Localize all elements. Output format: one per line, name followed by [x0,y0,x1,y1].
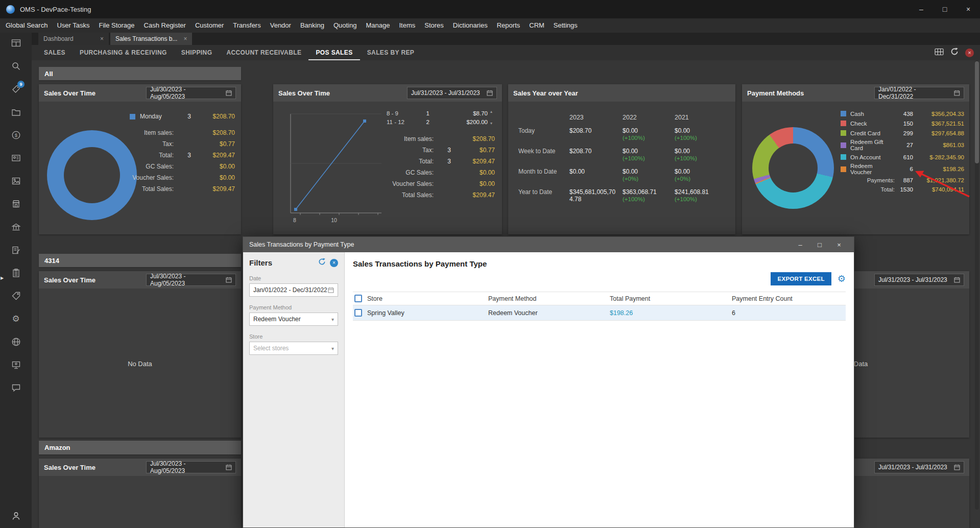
subtab[interactable]: SALES [37,45,73,60]
minimize-button[interactable]: – [910,0,933,18]
dashboard-subtab-bar: SALESPURCHASING & RECEIVINGSHIPPINGACCOU… [32,45,980,60]
select-all-checkbox[interactable] [354,295,362,302]
widget-grid-icon[interactable] [935,48,944,58]
menu-item[interactable]: Settings [549,18,582,33]
export-excel-button[interactable]: EXPORT EXCEL [771,272,831,285]
dashboard-icon[interactable] [11,38,21,48]
stat-label: Item sales: [130,129,174,136]
filters-refresh-icon[interactable] [318,258,326,268]
gear-icon[interactable]: ⚙ [11,314,21,324]
date-range-value: Jul/30/2023 - Aug/05/2023 [150,86,222,100]
date-range-picker[interactable]: Jul/30/2023 - Aug/05/2023 [146,274,236,286]
filters-clear-icon[interactable]: × [330,259,338,267]
table-row[interactable]: Spring Valley Redeem Voucher $198.26 6 [353,305,846,321]
subtab[interactable]: PURCHASING & RECEIVING [73,45,174,60]
tab-dashboard[interactable]: Dashboard × [38,33,109,45]
menu-item[interactable]: Cash Register [139,18,190,33]
scrollbar-thumb[interactable] [975,61,979,163]
bank-icon[interactable] [11,222,21,232]
store-filter-label: Store [249,333,338,340]
bucket-count: 2 [416,119,429,125]
maximize-button[interactable]: □ [933,0,957,18]
stat-row: Total: 3 $209.47 [130,150,235,161]
close-dashboard-icon[interactable]: × [965,49,974,57]
workstation-icon[interactable] [11,359,21,370]
modal-close-button[interactable]: × [830,237,848,252]
date-range-picker[interactable]: Jul/30/2023 - Aug/05/2023 [146,461,236,473]
tasks-tag-icon[interactable]: 9 [11,84,21,94]
contacts-icon[interactable] [11,153,21,163]
refresh-icon[interactable] [950,47,959,58]
yoy-value: $0.00 [675,127,724,134]
menu-item[interactable]: Reports [492,18,525,33]
menu-item[interactable]: Transfers [228,18,265,33]
group-header-amazon[interactable]: Amazon [39,441,241,454]
chat-icon[interactable] [11,382,21,393]
date-range-picker[interactable]: Jul/31/2023 - Jul/31/2023 [874,461,964,473]
clipboard-icon[interactable] [11,268,21,278]
group-header-all[interactable]: All [39,67,241,80]
store-icon[interactable] [11,199,21,209]
group-header-4314[interactable]: 4314 [39,254,241,267]
currency-icon[interactable]: $ [11,130,21,140]
menu-item[interactable]: Items [394,18,420,33]
store-select[interactable]: Select stores ▾ [249,342,338,355]
panel-sales-over-time-4314: Sales Over Time Jul/30/2023 - Aug/05/202… [39,271,241,438]
subtab[interactable]: SALES BY REP [360,45,422,60]
folder-icon[interactable] [11,107,21,117]
panel-expander-icon[interactable]: ▶ [1,276,4,280]
dashboard-scrollbar [975,60,979,510]
tag-icon[interactable] [11,291,21,301]
legend-amount: $208.70 [191,113,235,120]
tab-close-icon[interactable]: × [94,35,104,42]
date-range-picker[interactable]: Jul/31/2023 - Jul/31/2023 [874,274,964,286]
globe-icon[interactable] [11,337,21,347]
menu-item[interactable]: Global Search [1,18,52,33]
menu-item[interactable]: Quoting [329,18,362,33]
menu-item[interactable]: Vendor [266,18,296,33]
legend-row: Redeem Gift Card 27 $861.03 [841,139,964,151]
close-button[interactable]: × [957,0,980,18]
date-filter-input[interactable]: Jan/01/2022 - Dec/31/2022 [249,283,338,297]
calendar-icon [954,277,960,283]
menu-item[interactable]: User Tasks [52,18,94,33]
menu-item[interactable]: Stores [420,18,448,33]
media-icon[interactable] [11,176,21,186]
yoy-percent: (+100%) [623,155,675,162]
search-icon[interactable] [11,61,21,71]
menu-item[interactable]: Banking [296,18,329,33]
menu-item[interactable]: Customer [190,18,228,33]
yoy-table: 2023 2022 2021 Today $208.70 $0.00 (+100… [518,114,728,209]
date-range-picker[interactable]: Jan/01/2022 - Dec/31/2022 [874,87,964,99]
stat-amount: $0.00 [191,174,235,181]
yoy-row: Month to Date $0.00 $0.00 (+0%) $0.00 (+… [518,168,728,183]
scroll-up-icon[interactable]: ▴ [490,109,492,114]
tab-close-icon[interactable]: × [177,35,187,42]
bucket-scrollbar[interactable]: ▴ ▾ [488,109,495,126]
column-header-store: Store [367,295,488,302]
yoy-row-label: Week to Date [518,148,569,155]
scroll-down-icon[interactable]: ▾ [490,121,492,126]
modal-maximize-button[interactable]: □ [811,237,828,252]
legend-amount: $297,654.88 [913,130,964,136]
bucket-amount: $8.70 [429,110,488,116]
table-settings-gear-icon[interactable]: ⚙ [838,274,846,283]
payment-method-select[interactable]: Redeem Voucher ▾ [249,313,338,326]
menu-item[interactable]: File Storage [94,18,139,33]
tab-sales-transactions[interactable]: Sales Transactions b... × [110,33,192,45]
menu-item[interactable]: Manage [361,18,394,33]
user-icon[interactable] [11,511,21,521]
subtab[interactable]: ACCOUNT RECEIVABLE [219,45,308,60]
row-checkbox[interactable] [354,309,362,317]
modal-minimize-button[interactable]: – [792,237,809,252]
menu-item[interactable]: Dictionaries [448,18,492,33]
register-edit-icon[interactable] [11,245,21,255]
subtab[interactable]: POS SALES [308,45,360,60]
date-range-picker[interactable]: Jul/31/2023 - Jul/31/2023 [407,87,497,99]
subtab[interactable]: SHIPPING [174,45,220,60]
yoy-percent: (+0%) [623,175,675,183]
modal-heading: Sales Transactions by Payment Type [353,259,846,268]
date-range-picker[interactable]: Jul/30/2023 - Aug/05/2023 [146,87,236,99]
yoy-row-label: Today [518,127,569,134]
menu-item[interactable]: CRM [524,18,549,33]
